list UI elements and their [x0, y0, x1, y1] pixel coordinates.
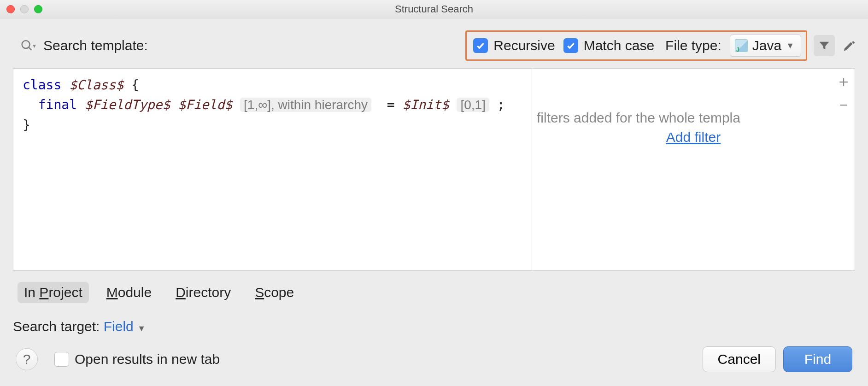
java-file-icon — [735, 39, 748, 52]
code-text: = — [379, 97, 403, 112]
maximize-window-button[interactable] — [34, 5, 42, 13]
filter-toggle-button[interactable] — [814, 35, 835, 56]
scope-tabs: In Project Module Directory Scope — [0, 271, 868, 303]
tab-text: cope — [264, 285, 294, 300]
search-target-row: Search target: Field ▼ — [0, 303, 868, 334]
filetype-label: File type: — [665, 38, 721, 53]
search-target-value: Field — [104, 319, 134, 334]
template-var-field: $Field$ — [178, 97, 232, 112]
chevron-down-icon: ▼ — [786, 41, 794, 51]
code-text: } — [23, 117, 30, 133]
constraint-chip[interactable]: [0,1] — [457, 98, 489, 112]
scope-tab-in-project[interactable]: In Project — [18, 282, 89, 303]
template-var-init: $Init$ — [402, 97, 449, 112]
svg-line-1 — [29, 47, 31, 50]
find-button[interactable]: Find — [783, 346, 852, 372]
scope-tab-module[interactable]: Module — [100, 282, 158, 303]
template-var-class: $Class$ — [69, 77, 123, 93]
checkbox-checked-icon — [473, 38, 488, 53]
template-editor[interactable]: class $Class$ { final $FieldType$ $Field… — [13, 69, 532, 270]
minimize-window-button[interactable] — [20, 5, 29, 13]
search-icon[interactable]: ▾ — [20, 38, 36, 53]
template-var-fieldtype: $FieldType$ — [85, 97, 170, 112]
filter-panel: ＋ － filters added for the whole templa A… — [532, 69, 855, 270]
chevron-down-icon: ▼ — [137, 324, 146, 333]
mnemonic: S — [255, 285, 264, 300]
code-text: ; — [497, 97, 505, 112]
match-case-checkbox[interactable]: Match case — [563, 38, 654, 53]
mnemonic: D — [176, 285, 186, 300]
constraint-chip[interactable]: [1,∞], within hierarchy — [240, 98, 371, 112]
remove-button[interactable]: － — [834, 95, 853, 114]
recursive-checkbox[interactable]: Recursive — [473, 38, 555, 53]
mnemonic: M — [106, 285, 118, 300]
window-titlebar: Structural Search — [0, 0, 868, 18]
dialog-footer: ? Open results in new tab Cancel Find — [0, 334, 868, 372]
add-filter-link[interactable]: Add filter — [532, 129, 855, 145]
window-controls — [6, 5, 42, 13]
search-target-dropdown[interactable]: Field ▼ — [104, 319, 146, 334]
checkbox-checked-icon — [563, 38, 578, 53]
mnemonic: P — [39, 285, 48, 300]
add-button[interactable]: ＋ — [834, 72, 853, 91]
open-in-new-tab-label: Open results in new tab — [75, 351, 220, 367]
checkbox-unchecked-icon — [54, 352, 69, 367]
code-text — [23, 97, 38, 112]
tab-text: In — [24, 285, 39, 300]
open-in-new-tab-checkbox[interactable]: Open results in new tab — [54, 351, 220, 367]
scope-tab-directory[interactable]: Directory — [169, 282, 237, 303]
match-case-label: Match case — [584, 38, 654, 53]
scope-tab-scope[interactable]: Scope — [248, 282, 300, 303]
code-text: { — [123, 77, 139, 93]
tab-text: odule — [118, 285, 152, 300]
filter-empty-message: filters added for the whole templa — [532, 110, 855, 126]
close-window-button[interactable] — [6, 5, 15, 13]
settings-button[interactable] — [839, 35, 860, 56]
keyword: class — [23, 77, 61, 93]
tab-text: roject — [48, 285, 82, 300]
search-target-label: Search target: — [13, 319, 104, 334]
keyword: final — [38, 97, 77, 112]
toolbar: ▾ Search template: Recursive Match case … — [0, 18, 868, 68]
main-content: class $Class$ { final $FieldType$ $Field… — [13, 68, 855, 271]
filetype-select[interactable]: Java ▼ — [730, 35, 801, 57]
filetype-value: Java — [752, 38, 781, 53]
window-title: Structural Search — [395, 3, 473, 15]
tab-text: irectory — [186, 285, 231, 300]
svg-point-0 — [22, 41, 30, 48]
help-button[interactable]: ? — [16, 348, 38, 370]
search-template-label: Search template: — [43, 38, 148, 53]
recursive-label: Recursive — [493, 38, 555, 53]
cancel-button[interactable]: Cancel — [703, 346, 776, 372]
options-highlight-region: Recursive Match case File type: Java ▼ — [465, 30, 807, 61]
